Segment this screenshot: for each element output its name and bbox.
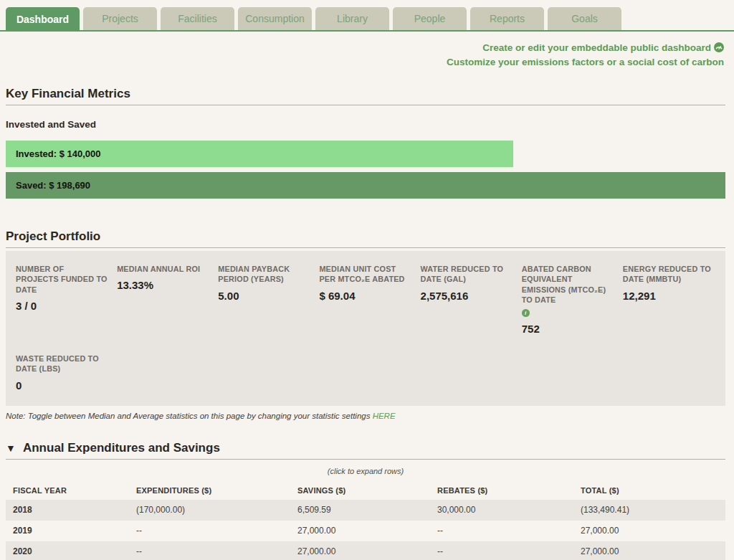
invested-bar: Invested: $ 140,000 xyxy=(6,141,513,167)
header-links: Create or edit your embeddable public da… xyxy=(0,41,724,70)
project-portfolio-panel: NUMBER OF PROJECTS FUNDED TO DATE 3 / 0 … xyxy=(6,251,725,406)
metric-value: 12,291 xyxy=(623,290,715,302)
metric-label: MEDIAN ANNUAL ROI xyxy=(117,264,209,274)
metric-projects-funded: NUMBER OF PROJECTS FUNDED TO DATE 3 / 0 xyxy=(16,264,108,335)
tab-consumption[interactable]: Consumption xyxy=(238,7,312,30)
tab-library[interactable]: Library xyxy=(315,7,389,30)
cell-savings: 27,000.00 xyxy=(297,521,437,541)
metric-label: MEDIAN PAYBACK PERIOD (YEARS) xyxy=(218,264,310,285)
metric-label: NUMBER OF PROJECTS FUNDED TO DATE xyxy=(16,264,108,295)
table-header-row: FISCAL YEAR EXPENDITURES ($) SAVINGS ($)… xyxy=(6,483,725,500)
public-dashboard-link[interactable]: Create or edit your embeddable public da… xyxy=(0,41,724,55)
annual-expenditures-title-text: Annual Expenditures and Savings xyxy=(23,441,220,455)
annual-expenditures-table: FISCAL YEAR EXPENDITURES ($) SAVINGS ($)… xyxy=(6,483,725,560)
metric-label: WASTE REDUCED TO DATE (LBS) xyxy=(16,353,108,374)
col-header-rebates: REBATES ($) xyxy=(437,483,581,500)
col-header-expenditures: EXPENDITURES ($) xyxy=(136,483,297,500)
table-row-2018[interactable]: 2018 (170,000.00) 6,509.59 30,000.00 (13… xyxy=(6,500,725,521)
cell-total: 27,000.00 xyxy=(581,541,725,560)
cell-expenditures: -- xyxy=(136,521,297,541)
annual-expenditures-title[interactable]: ▼ Annual Expenditures and Savings xyxy=(6,441,725,460)
saved-bar: Saved: $ 198,690 xyxy=(6,172,725,199)
statistics-note-text: Note: Toggle between Median and Average … xyxy=(6,412,370,420)
tab-people[interactable]: People xyxy=(393,7,467,30)
metric-value: 0 xyxy=(16,379,108,391)
cell-year: 2020 xyxy=(6,541,136,560)
table-row-2019[interactable]: 2019 -- 27,000.00 -- 27,000.00 xyxy=(6,521,725,541)
metric-median-payback-period: MEDIAN PAYBACK PERIOD (YEARS) 5.00 xyxy=(218,264,310,335)
col-header-savings: SAVINGS ($) xyxy=(297,483,437,500)
metric-value: 13.33% xyxy=(117,279,209,291)
tab-bar: Dashboard Projects Facilities Consumptio… xyxy=(0,0,734,32)
cell-expenditures: (170,000.00) xyxy=(136,500,297,521)
invested-and-saved-subtitle: Invested and Saved xyxy=(6,119,725,130)
project-portfolio-section: Project Portfolio NUMBER OF PROJECTS FUN… xyxy=(6,229,725,406)
invested-saved-bar-chart: Invested: $ 140,000 Saved: $ 198,690 xyxy=(6,141,725,199)
statistics-here-link[interactable]: HERE xyxy=(373,412,396,420)
metric-label: MEDIAN UNIT COST PER MTCO₂E ABATED xyxy=(319,264,411,285)
metric-value: 5.00 xyxy=(218,290,310,302)
tab-dashboard[interactable]: Dashboard xyxy=(6,7,80,32)
tab-reports[interactable]: Reports xyxy=(470,7,544,30)
cell-year: 2019 xyxy=(6,521,136,541)
metric-label: WATER REDUCED TO DATE (GAL) xyxy=(421,264,513,285)
metric-water-reduced: WATER REDUCED TO DATE (GAL) 2,575,616 xyxy=(421,264,513,335)
metric-value: 3 / 0 xyxy=(16,300,108,312)
metric-value: $ 69.04 xyxy=(319,290,411,302)
cell-savings: 27,000.00 xyxy=(297,541,437,560)
cell-total: (133,490.41) xyxy=(581,500,725,521)
key-financial-metrics-section: Key Financial Metrics Invested and Saved… xyxy=(6,87,725,199)
tab-goals[interactable]: Goals xyxy=(548,7,621,30)
metric-abated-emissions: ABATED CARBON EQUIVALENT EMISSIONS (MTCO… xyxy=(522,264,614,335)
cell-rebates: -- xyxy=(437,541,581,560)
cell-expenditures: -- xyxy=(136,541,297,560)
public-dashboard-link-label: Create or edit your embeddable public da… xyxy=(482,42,711,53)
cell-rebates: 30,000.00 xyxy=(437,500,581,521)
metric-label: ABATED CARBON EQUIVALENT EMISSIONS (MTCO… xyxy=(522,264,614,305)
gauge-icon xyxy=(714,42,724,52)
project-portfolio-title: Project Portfolio xyxy=(6,229,725,248)
collapse-triangle-icon[interactable]: ▼ xyxy=(6,442,16,454)
cell-rebates: -- xyxy=(437,521,581,541)
metric-unit-cost-abated: MEDIAN UNIT COST PER MTCO₂E ABATED $ 69.… xyxy=(319,264,411,335)
metric-value: 2,575,616 xyxy=(421,290,513,302)
emissions-factors-link[interactable]: Customize your emissions factors or a so… xyxy=(0,55,724,70)
cell-year: 2018 xyxy=(6,500,136,521)
metric-value: 752 xyxy=(522,323,614,335)
metric-median-annual-roi: MEDIAN ANNUAL ROI 13.33% xyxy=(117,264,209,335)
tab-projects[interactable]: Projects xyxy=(83,7,157,30)
expand-rows-hint: (click to expand rows) xyxy=(6,467,725,475)
table-row-2020[interactable]: 2020 -- 27,000.00 -- 27,000.00 xyxy=(6,541,725,560)
info-icon[interactable]: i xyxy=(522,309,530,317)
annual-expenditures-section: ▼ Annual Expenditures and Savings (click… xyxy=(6,441,725,560)
cell-total: 27,000.00 xyxy=(581,521,725,541)
statistics-note: Note: Toggle between Median and Average … xyxy=(6,412,725,420)
metric-waste-reduced: WASTE REDUCED TO DATE (LBS) 0 xyxy=(16,353,108,391)
key-financial-metrics-title: Key Financial Metrics xyxy=(6,87,725,105)
metric-label: ENERGY REDUCED TO DATE (MMBTU) xyxy=(623,264,715,285)
col-header-total: TOTAL ($) xyxy=(581,483,725,500)
col-header-fiscal-year: FISCAL YEAR xyxy=(6,483,136,500)
cell-savings: 6,509.59 xyxy=(297,500,437,521)
metric-energy-reduced: ENERGY REDUCED TO DATE (MMBTU) 12,291 xyxy=(623,264,715,335)
tab-facilities[interactable]: Facilities xyxy=(161,7,234,30)
